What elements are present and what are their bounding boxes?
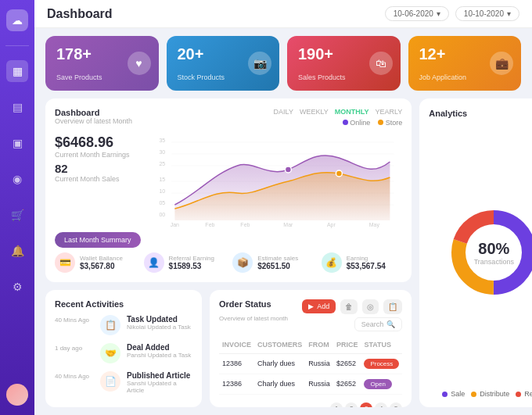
chart-header: Dashboard Overview of latest Month DAILY… — [55, 108, 402, 127]
return-dot — [516, 392, 521, 397]
order-subtitle: Overview of latest month — [219, 315, 288, 322]
main-content: Dashboard 10-06-2020 ▾ 10-10-2020 ▾ 178+… — [34, 0, 532, 415]
stat-stock-label: Stock Products — [178, 73, 269, 81]
stat-card-stock: 20+ Stock Products 📷 — [167, 36, 280, 91]
activity-item-3: 40 Mins Ago 📄 Published Article Sanshi U… — [55, 371, 192, 394]
pagination: 1 2 3 4 5 — [330, 402, 402, 407]
page-title: Dashboard — [47, 7, 113, 21]
sales-value: 82 — [55, 162, 141, 175]
chevron-down-icon-2: ▾ — [507, 9, 511, 18]
status-1: Process — [361, 353, 402, 374]
activity-content-3: Published Article Sanshi Updated a Artic… — [127, 371, 192, 394]
date-range-start[interactable]: 10-06-2020 ▾ — [385, 6, 449, 21]
search-icon: 🔍 — [386, 320, 395, 328]
status-2: Open — [361, 374, 402, 394]
activity-title-2: Deal Added — [127, 343, 192, 352]
earnings-value: $6468.96 — [55, 134, 141, 151]
sidebar-icon-grid[interactable]: ▦ — [6, 60, 28, 82]
mid-row: Dashboard Overview of latest Month DAILY… — [45, 98, 521, 407]
stat-save-icon: ♥ — [128, 52, 151, 75]
order-status-section: Order Status Overview of latest month ▶ … — [210, 290, 412, 407]
wallet-item-earning: 💰 Earning $53,567.54 — [322, 252, 403, 273]
sidebar: ☁ ▦ ▤ ▣ ◉ 🛒 🔔 ⚙ — [0, 0, 34, 415]
wallet-item-estimate: 📦 Estimate sales $2651.50 — [232, 252, 314, 273]
chart-subtitle: Overview of latest Month — [55, 117, 132, 125]
donut-chart: 80% Transactions — [447, 206, 532, 299]
activity-title-3: Published Article — [127, 371, 192, 380]
chart-body: $6468.96 Current Month Earnings 82 Curre… — [55, 131, 402, 248]
status-badge-open[interactable]: Open — [364, 379, 392, 389]
activity-icon-2: 🤝 — [100, 343, 120, 363]
avatar[interactable] — [6, 384, 28, 406]
sidebar-logo: ☁ — [6, 9, 28, 31]
wallet-earning-label: Earning — [347, 255, 386, 262]
tab-daily[interactable]: DAILY — [274, 108, 293, 116]
activity-sub-1: Nikolai Updated a Task — [127, 324, 192, 331]
invoice-2: 12386 — [219, 374, 254, 394]
col-from: FROM — [305, 338, 333, 354]
sidebar-divider — [5, 45, 29, 46]
sidebar-icon-gear[interactable]: ⚙ — [6, 276, 28, 298]
activity-title-1: Task Updated — [127, 315, 192, 324]
tab-yearly[interactable]: YEARLY — [375, 108, 402, 116]
chart-svg-area: 35 30 25 15 10 05 00 — [150, 134, 403, 248]
wallet-referral-value: $1589.53 — [169, 262, 214, 270]
svg-point-13 — [285, 166, 291, 173]
wallet-row: 💳 Wallet Ballance $3,567.80 👤 Referral E… — [55, 252, 402, 273]
svg-text:May: May — [368, 222, 379, 228]
activity-item-1: 40 Mins Ago 📋 Task Updated Nikolai Updat… — [55, 315, 192, 335]
chart-tabs: DAILY WEEKLY MONTHLY YEARLY — [274, 108, 403, 116]
wallet-earning-icon: 💰 — [322, 252, 342, 273]
price-2: $2652 — [333, 374, 361, 394]
wallet-estimate-value: $2651.50 — [257, 262, 298, 270]
activity-time-3: 40 Mins Ago — [55, 373, 94, 380]
export-button[interactable]: 📋 — [383, 299, 402, 314]
svg-text:05: 05 — [159, 200, 165, 206]
status-badge-process[interactable]: Process — [364, 359, 399, 369]
analytics-title: Analytics — [429, 109, 467, 118]
activity-item-2: 1 day ago 🤝 Deal Added Panshi Updated a … — [55, 343, 192, 363]
tab-monthly[interactable]: MONTHLY — [335, 108, 369, 116]
activity-sub-3: Sanshi Updated a Article — [127, 380, 192, 394]
sidebar-icon-shop[interactable]: 🛒 — [6, 204, 28, 226]
donut-label: Transactions — [474, 257, 514, 265]
page-btn-1[interactable]: 1 — [330, 402, 343, 407]
stat-jobs-label: Job Application — [419, 73, 511, 81]
plus-icon: ▶ — [308, 302, 314, 310]
page-btn-3[interactable]: 3 — [360, 402, 372, 407]
chart-title: Dashboard — [55, 108, 132, 117]
activity-content-1: Task Updated Nikolai Updated a Task — [127, 315, 192, 331]
sidebar-icon-circle[interactable]: ◉ — [6, 168, 28, 190]
line-chart: 35 30 25 15 10 05 00 — [150, 134, 403, 228]
date-range-end[interactable]: 10-10-2020 ▾ — [455, 6, 519, 21]
summary-button[interactable]: Last Month Summary — [55, 232, 141, 248]
page-btn-2[interactable]: 2 — [345, 402, 358, 407]
sidebar-icon-chart[interactable]: ▣ — [6, 132, 28, 154]
page-btn-4[interactable]: 4 — [375, 402, 387, 407]
wallet-estimate-label: Estimate sales — [257, 255, 298, 262]
sidebar-icon-list[interactable]: ▤ — [6, 96, 28, 118]
activity-icon-3: 📄 — [100, 371, 120, 392]
from-2: Russia — [305, 374, 333, 394]
order-table: INVOICE CUSTOMERS FROM PRICE STATUS 1238… — [219, 338, 402, 395]
wallet-balance-icon: 💳 — [55, 252, 75, 273]
wallet-item-referral: 👤 Referral Earning $1589.53 — [144, 252, 225, 273]
page-btn-5[interactable]: 5 — [390, 402, 402, 407]
return-label: Return — [524, 390, 532, 398]
delete-button[interactable]: 🗑 — [340, 299, 358, 314]
earnings-label: Current Month Earnings — [55, 151, 141, 159]
stat-save-label: Save Products — [56, 73, 148, 81]
date-end-value: 10-10-2020 — [464, 9, 504, 18]
price-1: $2652 — [333, 353, 361, 374]
sidebar-icon-bell[interactable]: 🔔 — [6, 240, 28, 262]
customer-1: Charly dues — [254, 353, 305, 374]
recent-activities-section: Recent Activities 40 Mins Ago 📋 Task Upd… — [45, 290, 202, 407]
wallet-referral-label: Referral Earning — [169, 255, 214, 262]
mid-left: Dashboard Overview of latest Month DAILY… — [45, 98, 412, 407]
activity-time-2: 1 day ago — [55, 345, 94, 352]
analytics-section: Analytics ··· — [419, 98, 532, 407]
tab-weekly[interactable]: WEEKLY — [300, 108, 329, 116]
add-button[interactable]: ▶ Add — [302, 299, 336, 313]
filter-button[interactable]: ◎ — [362, 299, 379, 314]
invoice-1: 12386 — [219, 353, 254, 374]
